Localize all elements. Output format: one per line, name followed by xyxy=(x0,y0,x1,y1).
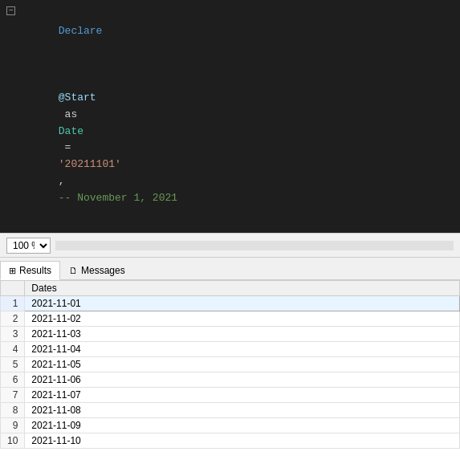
row-number-cell: 9 xyxy=(1,418,25,433)
col-header-dates: Dates xyxy=(25,281,460,296)
line-space-3 xyxy=(6,223,18,233)
table-row: 62021-11-06 xyxy=(1,372,460,388)
table-row: 92021-11-09 xyxy=(1,418,460,433)
line-space-2 xyxy=(6,56,18,71)
results-table: Dates 12021-11-0122021-11-0232021-11-034… xyxy=(0,280,460,449)
horizontal-scrollbar[interactable] xyxy=(55,241,454,250)
date-cell: 2021-11-08 xyxy=(25,403,460,418)
results-table-container[interactable]: Dates 12021-11-0122021-11-0232021-11-034… xyxy=(0,280,460,476)
row-number-cell: 3 xyxy=(1,327,25,342)
row-number-cell: 1 xyxy=(1,296,25,311)
tab-messages[interactable]: 🗋 Messages xyxy=(60,260,134,279)
date-cell: 2021-11-06 xyxy=(25,372,460,388)
tab-messages-label: Messages xyxy=(81,265,125,276)
comment-start: -- November 1, 2021 xyxy=(59,192,177,204)
row-number-cell: 6 xyxy=(1,372,25,388)
tab-results[interactable]: ⊞ Results xyxy=(0,261,60,280)
row-number-cell: 7 xyxy=(1,388,25,403)
table-row: 52021-11-05 xyxy=(1,357,460,372)
zoom-select[interactable]: 75 % 100 % 125 % 150 % 200 % xyxy=(6,238,51,254)
date-cell: 2021-11-03 xyxy=(25,327,460,342)
date-cell: 2021-11-07 xyxy=(25,388,460,403)
type-date-1: Date xyxy=(59,125,83,137)
fold-indicator-1[interactable]: − xyxy=(6,6,18,15)
row-number-header xyxy=(1,281,25,296)
results-panel: ⊞ Results 🗋 Messages Dates 12021-11-0122… xyxy=(0,257,460,476)
code-line-2: @Start as Date = '20211101' , -- Novembe… xyxy=(0,56,460,223)
table-row: 42021-11-04 xyxy=(1,342,460,357)
string-start-date: '20211101' xyxy=(59,158,121,170)
zoom-toolbar: 75 % 100 % 125 % 150 % 200 % xyxy=(0,233,460,257)
keyword-declare: Declare xyxy=(59,25,103,37)
code-line-1: − Declare xyxy=(0,6,460,56)
row-number-cell: 5 xyxy=(1,357,25,372)
date-cell: 2021-11-01 xyxy=(25,296,460,311)
table-row: 22021-11-02 xyxy=(1,311,460,327)
tab-results-label: Results xyxy=(19,265,51,276)
code-editor[interactable]: − Declare @Start as Date = '20211101' , … xyxy=(0,0,460,233)
table-row: 32021-11-03 xyxy=(1,327,460,342)
results-tabs-bar: ⊞ Results 🗋 Messages xyxy=(0,258,460,280)
messages-icon: 🗋 xyxy=(69,266,78,275)
results-grid-icon: ⊞ xyxy=(9,266,16,276)
code-line-3: @End as Date = '20211110' -- November 10… xyxy=(0,223,460,233)
date-cell: 2021-11-04 xyxy=(25,342,460,357)
table-row: 12021-11-01 xyxy=(1,296,460,311)
var-start: @Start xyxy=(59,92,96,104)
date-cell: 2021-11-05 xyxy=(25,357,460,372)
row-number-cell: 2 xyxy=(1,311,25,327)
date-cell: 2021-11-09 xyxy=(25,418,460,433)
table-row: 102021-11-10 xyxy=(1,433,460,449)
date-cell: 2021-11-02 xyxy=(25,311,460,327)
row-number-cell: 10 xyxy=(1,433,25,449)
table-row: 72021-11-07 xyxy=(1,388,460,403)
table-row: 82021-11-08 xyxy=(1,403,460,418)
row-number-cell: 8 xyxy=(1,403,25,418)
row-number-cell: 4 xyxy=(1,342,25,357)
date-cell: 2021-11-10 xyxy=(25,433,460,449)
table-header-row: Dates xyxy=(1,281,460,296)
